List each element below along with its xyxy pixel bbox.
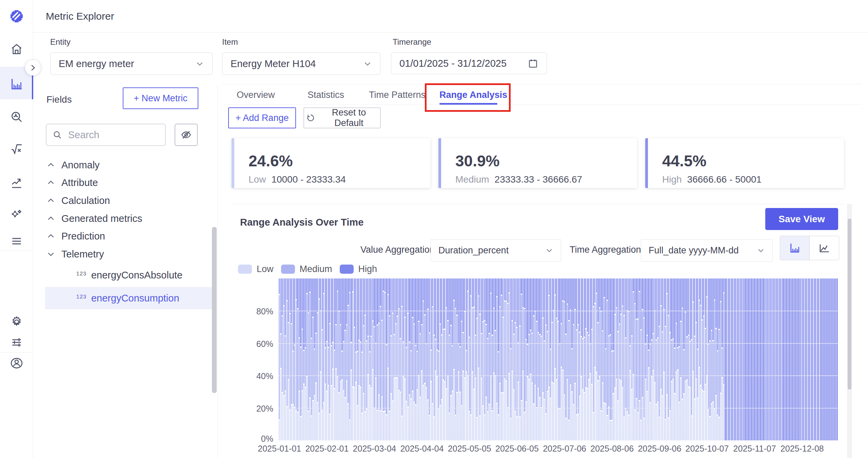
tab-statistics[interactable]: Statistics [308,89,344,101]
bar-chart-toggle-button[interactable] [780,236,809,260]
fields-scrollbar-thumb[interactable] [212,227,217,393]
settings-gear-icon[interactable] [0,311,33,333]
range-card-accent-bar [645,138,648,188]
x-axis-label: 2025-05-05 [448,444,491,454]
main-scrollbar-thumb[interactable] [848,218,851,390]
value-aggregation-select[interactable]: Duration_percent [431,239,561,262]
legend-label: Medium [300,264,332,274]
chevron-up-icon [46,232,55,241]
red-annotation-box [425,83,511,112]
tabbar-top-border [222,84,862,84]
range-card-range: 23333.33 - 36666.67 [495,174,582,185]
numeric-field-icon: ¹²³ [76,293,86,304]
legend-swatch-low [238,265,252,274]
field-section-label: Attribute [61,177,98,188]
field-section-label: Calculation [61,195,110,206]
home-icon[interactable] [0,38,33,60]
line-chart-toggle-button[interactable] [809,236,839,260]
field-section-telemetry[interactable]: Telemetry [33,245,213,263]
entity-select[interactable]: EM energy meter [50,53,213,75]
anomaly-search-icon[interactable] [0,106,33,128]
formula-sqrt-icon[interactable] [0,138,33,160]
section-heading: Range Analysis Over Time [240,217,363,228]
range-card-name: High [662,174,682,185]
time-aggregation-label: Time Aggregation [570,245,641,255]
range-card-name: Medium [455,174,489,185]
time-aggregation-select[interactable]: Full_date yyyy-MM-dd [641,239,773,262]
x-axis-label: 2025-11-07 [733,444,776,454]
tabbar-bottom-border [222,104,862,105]
legend-label: Low [257,264,274,274]
field-section-prediction[interactable]: Prediction [33,227,213,245]
range-card-name: Low [249,174,266,185]
field-section-anomaly[interactable]: Anomaly [33,156,213,174]
range-card-accent-bar [438,138,441,188]
app-logo-icon[interactable] [8,8,25,24]
range-analysis-stacked-bar-chart [279,278,838,440]
legend-swatch-medium [281,265,295,274]
x-axis-label: 2025-04-04 [400,444,444,454]
field-section-calculation[interactable]: Calculation [33,192,213,209]
fields-panel-title: Fields [46,94,72,105]
y-axis-label: 0% [250,434,273,444]
chevron-down-icon [363,59,372,68]
search-box[interactable] [46,124,166,146]
x-axis-label: 2025-08-06 [590,444,634,454]
add-range-button[interactable]: + Add Range [228,107,296,128]
page-title: Metric Explorer [46,0,114,32]
metric-explorer-icon[interactable] [0,73,33,95]
item-label: Item [222,37,238,47]
eye-off-icon [180,129,192,141]
chevron-down-icon [195,59,204,68]
x-axis-label: 2025-06-05 [495,444,539,454]
chevron-down-icon [757,246,765,254]
profile-icon[interactable] [0,352,33,374]
field-item-label: energyConsAbsolute [91,270,182,281]
item-select[interactable]: Energy Meter H104 [222,53,380,75]
time-aggregation-value: Full_date yyyy-MM-dd [649,245,739,256]
trend-icon[interactable] [0,172,33,194]
field-item-energyconsumption[interactable]: ¹²³ energyConsumption [45,287,215,309]
chevron-up-icon [46,196,55,205]
ai-sparkles-icon[interactable] [0,204,33,226]
save-view-button[interactable]: Save View [765,208,838,230]
range-card-accent-bar [232,138,234,188]
chevron-up-icon [46,161,55,169]
field-section-attribute[interactable]: Attribute [33,174,213,191]
sliders-icon[interactable] [0,331,33,353]
calendar-icon[interactable] [528,58,538,69]
sidebar-expand-button[interactable] [25,60,41,76]
legend-swatch-high [340,265,354,274]
timerange-label: Timerange [393,37,431,47]
field-section-label: Prediction [61,231,105,242]
y-axis-label: 40% [250,371,273,381]
new-metric-button[interactable]: + New Metric [123,87,198,109]
timerange-input[interactable]: 01/01/2025 - 31/12/2025 [391,53,547,74]
tab-overview[interactable]: Overview [237,89,275,101]
chevron-up-icon [46,214,55,223]
field-item-energyconsabsolute[interactable]: ¹²³ energyConsAbsolute [45,264,215,286]
entity-label: Entity [50,37,71,47]
tab-time-patterns[interactable]: Time Patterns [369,89,426,101]
x-axis-label: 2025-12-08 [781,444,824,454]
reset-icon [306,113,315,122]
reset-to-default-button[interactable]: Reset to Default [303,107,381,128]
app-logo-cell [0,0,33,32]
field-section-label: Telemetry [61,249,104,260]
y-axis-label: 80% [250,307,273,316]
x-axis-label: 2025-01-01 [258,444,301,454]
menu-icon[interactable] [0,230,33,252]
fields-panel-border [217,84,218,458]
x-axis-label: 2025-03-04 [353,444,396,454]
search-input[interactable] [67,129,159,141]
hide-fields-button[interactable] [175,124,198,146]
y-axis-label: 60% [250,339,273,349]
numeric-field-icon: ¹²³ [76,270,86,280]
field-section-generated-metrics[interactable]: Generated metrics [33,210,213,227]
chart-legend: Low Medium High [238,264,377,274]
chevron-up-icon [46,178,55,187]
value-aggregation-label: Value Aggregation [360,245,435,255]
chevron-down-icon [545,246,553,254]
chart-type-toggle [780,236,839,260]
field-item-label: energyConsumption [91,293,179,304]
